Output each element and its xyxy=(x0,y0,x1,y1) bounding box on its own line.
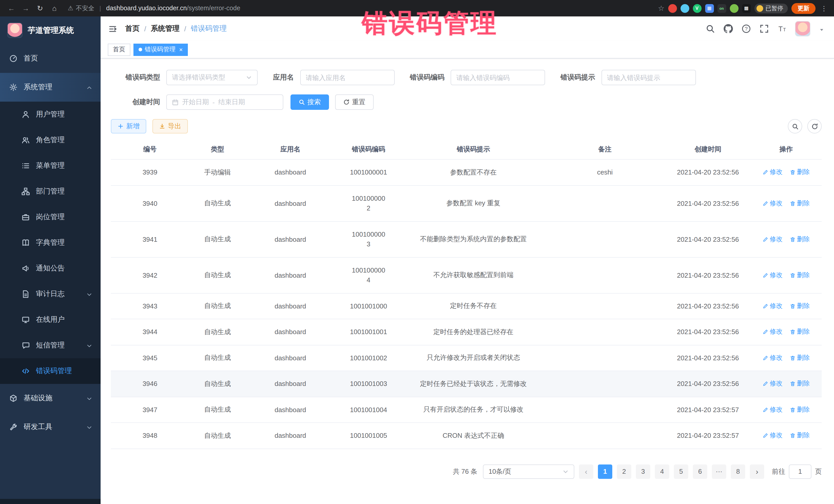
github-icon[interactable] xyxy=(723,24,733,34)
sidebar-item[interactable]: 通知公告 xyxy=(0,256,101,281)
sidebar-item[interactable]: 字典管理 xyxy=(0,230,101,256)
browser-menu-icon[interactable]: ⋮ xyxy=(819,4,829,12)
sidebar-item[interactable]: 审计日志 xyxy=(0,281,101,307)
sidebar-item[interactable]: 首页 xyxy=(0,44,101,73)
prev-page-button[interactable]: ‹ xyxy=(579,464,593,479)
forward-button[interactable]: → xyxy=(20,2,32,14)
error-code-table: 编号类型应用名错误码编码错误码提示备注创建时间操作 3939手动编辑dashbo… xyxy=(111,139,822,449)
cell-type: 自动生成 xyxy=(189,397,246,423)
edit-link[interactable]: 修改 xyxy=(762,406,783,414)
bookmark-star-icon[interactable]: ☆ xyxy=(658,4,664,12)
edit-link[interactable]: 修改 xyxy=(762,199,783,207)
page-button[interactable]: 3 xyxy=(636,464,650,479)
filter-hint-label: 错误码提示 xyxy=(561,73,595,82)
page-button[interactable]: 1 xyxy=(598,464,612,479)
extension-icon[interactable] xyxy=(680,4,689,13)
sidebar-item[interactable]: 短信管理 xyxy=(0,333,101,358)
extension-icon[interactable] xyxy=(668,4,677,13)
table-row: 3946自动生成dashboard1001001003定时任务已经处于该状态，无… xyxy=(111,371,822,397)
sidebar-item[interactable]: 角色管理 xyxy=(0,127,101,153)
navbar: 首页 / 系统管理 / 错误码管理 ? TT xyxy=(101,17,834,41)
tab-error-code[interactable]: 错误码管理 × xyxy=(133,43,188,56)
extension-icon[interactable]: V xyxy=(693,4,701,13)
user-avatar[interactable] xyxy=(795,21,810,37)
breadcrumb-item[interactable]: 首页 xyxy=(125,24,139,34)
edit-link[interactable]: 修改 xyxy=(762,235,783,243)
chevron-down-icon xyxy=(86,291,92,297)
export-button[interactable]: 导出 xyxy=(152,119,188,133)
delete-link[interactable]: 删除 xyxy=(790,354,810,363)
delete-link[interactable]: 删除 xyxy=(790,235,810,243)
edit-link[interactable]: 修改 xyxy=(762,168,783,177)
tab-home[interactable]: 首页 xyxy=(108,43,130,56)
hamburger-icon[interactable] xyxy=(107,23,118,35)
app-logo[interactable]: 芋道管理系统 xyxy=(0,17,101,44)
edit-link[interactable]: 修改 xyxy=(762,354,783,363)
reset-button[interactable]: 重置 xyxy=(335,94,374,110)
sidebar-item[interactable]: 岗位管理 xyxy=(0,204,101,230)
delete-link[interactable]: 删除 xyxy=(790,379,810,388)
error-hint-input[interactable] xyxy=(601,70,696,85)
add-button[interactable]: 新增 xyxy=(111,119,146,133)
delete-link[interactable]: 删除 xyxy=(790,168,810,177)
delete-link[interactable]: 删除 xyxy=(790,199,810,207)
back-button[interactable]: ← xyxy=(5,2,18,14)
delete-link[interactable]: 删除 xyxy=(790,271,810,280)
reload-button[interactable]: ↻ xyxy=(34,2,46,14)
search-button[interactable]: 搜索 xyxy=(290,94,329,110)
page-button[interactable]: 5 xyxy=(674,464,688,479)
page-button[interactable]: 2 xyxy=(617,464,631,479)
delete-link[interactable]: 删除 xyxy=(790,406,810,414)
page-button[interactable]: 8 xyxy=(731,464,745,479)
security-chip[interactable]: ⚠ 不安全 xyxy=(68,4,94,13)
delete-link[interactable]: 删除 xyxy=(790,431,810,440)
edit-link[interactable]: 修改 xyxy=(762,431,783,440)
edit-link[interactable]: 修改 xyxy=(762,271,783,280)
fullscreen-icon[interactable] xyxy=(759,24,769,34)
delete-link[interactable]: 删除 xyxy=(790,302,810,310)
page-button[interactable]: 4 xyxy=(655,464,669,479)
column-header: 创建时间 xyxy=(665,139,751,159)
sidebar-item-label: 岗位管理 xyxy=(36,213,92,222)
page-size-select[interactable]: 10条/页 xyxy=(483,464,574,479)
cell-code: 1001001000 xyxy=(335,293,402,319)
more-pages-button[interactable]: ··· xyxy=(712,464,726,479)
tags-view-bar: 首页 错误码管理 × xyxy=(101,41,834,59)
extension-icon[interactable]: ▩ xyxy=(742,4,751,13)
refresh-button[interactable] xyxy=(807,119,822,133)
delete-link[interactable]: 删除 xyxy=(790,328,810,336)
home-button[interactable]: ⌂ xyxy=(48,2,61,14)
search-icon[interactable] xyxy=(705,24,715,34)
extension-icon[interactable] xyxy=(729,4,738,13)
close-icon[interactable]: × xyxy=(179,46,183,52)
next-page-button[interactable]: › xyxy=(750,464,764,479)
sidebar-item[interactable]: 菜单管理 xyxy=(0,153,101,179)
caret-down-icon[interactable] xyxy=(819,26,825,32)
sidebar-item[interactable]: 部门管理 xyxy=(0,179,101,204)
error-type-select[interactable]: 请选择错误码类型 xyxy=(166,70,258,85)
browser-update-button[interactable]: 更新 xyxy=(791,3,815,14)
sidebar-item[interactable]: 研发工具 xyxy=(0,413,101,441)
extension-icon[interactable]: on xyxy=(717,4,726,13)
goto-page-input[interactable] xyxy=(789,464,811,479)
edit-link[interactable]: 修改 xyxy=(762,379,783,388)
page-button[interactable]: 6 xyxy=(693,464,707,479)
help-icon[interactable]: ? xyxy=(741,24,751,34)
sidebar-item[interactable]: 系统管理 xyxy=(0,73,101,102)
paused-badge[interactable]: 已暂停 xyxy=(754,3,788,13)
edit-link[interactable]: 修改 xyxy=(762,328,783,336)
address-bar[interactable]: dashboard.yudao.iocoder.cn/system/error-… xyxy=(106,5,240,12)
app-name-input[interactable] xyxy=(300,70,394,85)
font-size-icon[interactable]: TT xyxy=(777,24,787,34)
error-code-input[interactable] xyxy=(451,70,545,85)
extension-icon[interactable]: ▦ xyxy=(705,4,714,13)
edit-link[interactable]: 修改 xyxy=(762,302,783,310)
sidebar-item[interactable]: 用户管理 xyxy=(0,102,101,127)
create-time-range-picker[interactable]: 开始日期 - 结束日期 xyxy=(166,94,283,110)
column-header: 错误码编码 xyxy=(335,139,402,159)
toggle-search-button[interactable] xyxy=(788,119,802,133)
sidebar-item[interactable]: 错误码管理 xyxy=(0,358,101,384)
breadcrumb-item[interactable]: 系统管理 xyxy=(151,24,180,34)
sidebar-item[interactable]: 基础设施 xyxy=(0,384,101,413)
sidebar-item[interactable]: 在线用户 xyxy=(0,307,101,333)
